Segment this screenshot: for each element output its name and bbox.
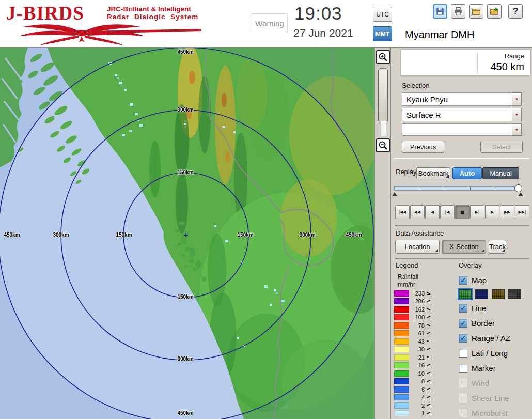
legend-operator: ≤: [426, 298, 431, 305]
folder-plus-icon: [490, 7, 499, 16]
legend-color-swatch: [394, 410, 409, 416]
data-assistance-button[interactable]: X-Section: [442, 240, 486, 254]
overlay-checkbox[interactable]: [459, 379, 467, 387]
separator: [394, 225, 529, 226]
timezone-button[interactable]: UTC: [373, 7, 392, 22]
legend-color-swatch: [394, 402, 409, 409]
overlay-checkbox[interactable]: [459, 364, 467, 373]
selection-dropdown-1-value[interactable]: Kyauk Phyu: [402, 92, 512, 106]
legend-color-swatch: [394, 354, 409, 361]
legend-title-rainfall: Rainfall: [398, 273, 418, 281]
add-folder-button[interactable]: [487, 4, 502, 19]
overlay-section-label: Overlay: [459, 261, 482, 269]
zoom-slider-thumb[interactable]: [378, 70, 388, 121]
playback-button[interactable]: ◀: [425, 205, 440, 219]
overlay-checkbox[interactable]: [459, 349, 467, 358]
overlay-item-label: Line: [472, 304, 486, 313]
overlay-checkbox[interactable]: [459, 409, 467, 417]
warning-status: Warning: [252, 13, 288, 33]
playback-button[interactable]: ■: [455, 205, 470, 219]
legend-operator: ≤: [426, 378, 431, 385]
selection-dropdown-2-value[interactable]: Surface R: [402, 108, 512, 121]
legend-operator: ≤: [426, 314, 431, 321]
range-display: Range 450 km: [400, 49, 531, 76]
print-button[interactable]: [451, 4, 465, 19]
legend-value: 6: [411, 386, 425, 393]
selection-dropdown-2-arrow[interactable]: ▼: [512, 108, 522, 121]
playback-button[interactable]: |◀◀: [395, 205, 410, 219]
chevron-down-icon: ▼: [515, 97, 519, 102]
legend-operator: ≤: [426, 362, 431, 369]
legend-color-swatch: [394, 346, 409, 352]
playback-button[interactable]: ▶|: [470, 205, 484, 219]
zoom-out-button[interactable]: [376, 138, 390, 152]
data-assistance-buttons: Location X-Section Track: [395, 240, 506, 254]
map-style-swatch[interactable]: [475, 289, 488, 299]
legend-row: 10 ≤: [394, 370, 431, 377]
legend-row: 233 ≤: [394, 290, 431, 297]
playback-button[interactable]: ▶▶|: [515, 205, 529, 219]
selection-dropdown-3-value[interactable]: [402, 123, 512, 136]
overlay-checkbox[interactable]: [459, 304, 467, 313]
timeline-tick: [445, 187, 445, 190]
timeline-thumb[interactable]: [514, 184, 522, 192]
legend-row: 8 ≤: [394, 378, 431, 385]
overlay-checkbox[interactable]: [459, 319, 467, 328]
legend-operator: ≤: [426, 306, 431, 313]
data-assistance-button[interactable]: Location: [395, 240, 440, 254]
logo-subtitle-line1: JRC-Brilliant & Intelligent: [107, 5, 198, 13]
timeline-end-marker: [518, 192, 523, 196]
bookmark-button[interactable]: Bookmark: [416, 167, 450, 179]
zoom-in-button[interactable]: [376, 50, 390, 64]
replay-section-label: Replay: [396, 168, 416, 176]
app-window: J-BIRDS JRC-Brilliant & Intelligent Rada…: [0, 0, 532, 419]
map-checkbox[interactable]: [459, 276, 467, 285]
help-button[interactable]: ?: [508, 4, 523, 19]
playback-button[interactable]: |◀: [440, 205, 455, 219]
legend-operator: ≤: [426, 402, 431, 409]
timeline-tick: [470, 187, 471, 190]
save-button[interactable]: [433, 4, 447, 19]
manual-button[interactable]: Manual: [482, 167, 519, 179]
selection-dropdown-2: Surface R ▼: [402, 108, 522, 121]
legend-color-swatch: [394, 322, 409, 329]
open-folder-button[interactable]: [469, 4, 483, 19]
overlay-item-label: Lati / Long: [472, 349, 508, 358]
radar-map[interactable]: 450km 300km 150km 150km 300km 450km 450k…: [0, 48, 374, 419]
playback-button[interactable]: ▶: [485, 205, 499, 219]
time-display: 19:03: [294, 3, 342, 24]
date-display: 27 Jun 2021: [293, 27, 353, 39]
selection-dropdown-1-arrow[interactable]: ▼: [512, 92, 522, 106]
overlay-item-label: Map: [472, 276, 487, 285]
overlay-row: Wind: [459, 376, 531, 391]
overlay-item-label: Range / AZ: [472, 334, 510, 343]
data-assistance-button[interactable]: Track: [489, 240, 506, 254]
playback-button[interactable]: ◀◀: [410, 205, 425, 219]
playback-button[interactable]: ▶▶: [500, 205, 514, 219]
timeline-track[interactable]: [394, 186, 521, 191]
legend-value: 4: [411, 394, 425, 400]
legend-operator: ≤: [426, 370, 431, 377]
site-title: Myanmar DMH: [405, 29, 474, 41]
timezone-button[interactable]: MMT: [373, 26, 392, 41]
legend-operator: ≤: [426, 330, 431, 337]
legend-operator: ≤: [426, 290, 431, 297]
overlay-checkbox[interactable]: [459, 334, 467, 343]
previous-button[interactable]: Previous: [402, 141, 444, 153]
map-style-swatch[interactable]: [492, 289, 505, 299]
magnifier-plus-icon: [378, 52, 388, 62]
map-style-swatch[interactable]: [459, 289, 472, 299]
selection-dropdown-1: Kyauk Phyu ▼: [402, 92, 522, 106]
range-value: 450 km: [490, 61, 524, 73]
map-style-swatch[interactable]: [508, 289, 521, 299]
overlay-row-map: Map: [459, 273, 531, 287]
selection-dropdown-3-arrow[interactable]: ▼: [512, 123, 522, 136]
auto-button[interactable]: Auto: [452, 167, 482, 179]
select-button[interactable]: Select: [480, 141, 523, 153]
overlay-item-list: Line Border Range / AZ Lati / Lo: [459, 301, 531, 419]
overlay-checkbox[interactable]: [459, 394, 467, 402]
header: J-BIRDS JRC-Brilliant & Intelligent Rada…: [0, 0, 532, 48]
legend-scale: 233 ≤ 206 ≤ 162 ≤ 100: [394, 290, 431, 418]
legend-color-swatch: [394, 378, 409, 384]
range-divider: [477, 52, 478, 73]
